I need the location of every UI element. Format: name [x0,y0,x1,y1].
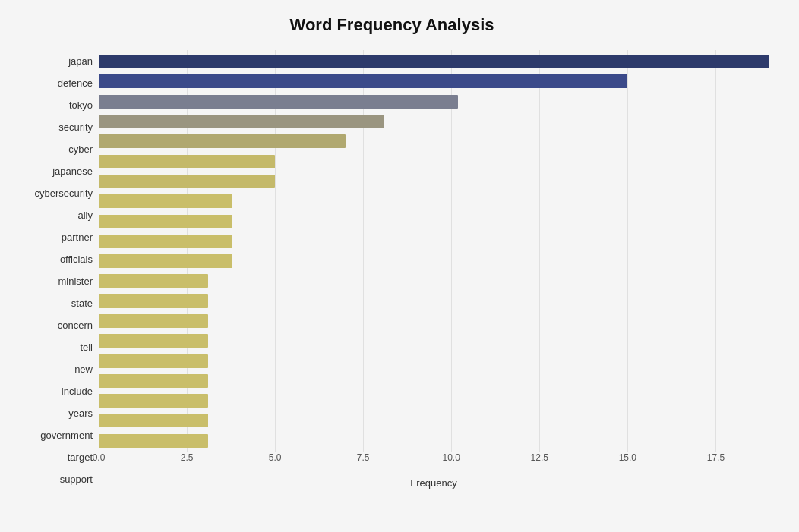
bar-state [99,274,208,288]
y-label: cybersecurity [15,188,93,198]
bar-row [99,313,769,329]
bar-row [99,412,769,429]
bar-support [99,434,208,448]
y-label: japanese [15,166,93,176]
bar-row [99,272,769,289]
bars-area [99,50,769,452]
bar-concern [99,294,208,308]
x-tick: 10.0 [443,452,460,463]
bar-tokyo [99,95,458,109]
chart-area: japandefencetokyosecuritycyberjapanesecy… [15,50,769,490]
bar-row [99,353,769,370]
bar-government [99,394,208,408]
bar-row [99,113,769,130]
bar-row [99,93,769,110]
bar-row [99,253,769,269]
x-tick: 5.0 [269,452,282,463]
x-tick: 2.5 [181,452,194,463]
bars-inner [99,50,769,452]
bar-security [99,115,384,128]
bar-row [99,332,769,349]
y-label: state [15,298,93,308]
y-label: tokyo [15,100,93,110]
y-label: security [15,122,93,132]
bar-row [99,133,769,150]
x-axis-label: Frequency [99,477,769,489]
bar-include [99,354,208,368]
bar-ally [99,194,232,208]
bar-row [99,73,769,90]
bar-row [99,233,769,250]
bar-japan [99,55,769,68]
bar-minister [99,254,232,268]
bar-row [99,173,769,190]
y-label: defence [15,78,93,88]
y-label: years [15,408,93,418]
bar-row [99,53,769,70]
y-label: concern [15,320,93,330]
y-label: officials [15,254,93,264]
x-tick: 15.0 [619,452,636,463]
bar-row [99,193,769,209]
y-label: minister [15,276,93,286]
y-label: ally [15,210,93,220]
bar-row [99,373,769,389]
x-tick: 0.0 [93,452,106,463]
bar-defence [99,74,627,88]
x-tick: 7.5 [357,452,370,463]
bar-row [99,153,769,170]
y-label: support [15,474,93,484]
y-axis: japandefencetokyosecuritycyberjapanesecy… [15,50,99,490]
bar-row [99,213,769,230]
x-tick: 17.5 [707,452,725,463]
bar-cyber [99,134,346,148]
y-label: tell [15,342,93,352]
y-label: government [15,430,93,440]
y-label: target [15,452,93,462]
x-tick: 12.5 [531,452,548,463]
bar-years [99,374,208,388]
bar-partner [99,215,232,228]
x-axis: 0.02.55.07.510.012.515.017.5 Frequency [99,452,769,490]
bar-row [99,293,769,310]
chart-title: Word Frequency Analysis [15,15,769,35]
bar-new [99,334,208,348]
y-label: japan [15,56,93,66]
chart-container: Word Frequency Analysis japandefencetoky… [0,0,799,532]
y-label: partner [15,232,93,242]
bar-cybersecurity [99,175,275,188]
bar-row [99,433,769,449]
y-label: cyber [15,144,93,154]
bar-row [99,392,769,409]
bar-officials [99,235,232,248]
y-label: include [15,386,93,396]
y-label: new [15,364,93,374]
bars-and-x: 0.02.55.07.510.012.515.017.5 Frequency [99,50,769,490]
bar-japanese [99,155,275,168]
bar-tell [99,314,208,328]
bar-target [99,414,208,427]
